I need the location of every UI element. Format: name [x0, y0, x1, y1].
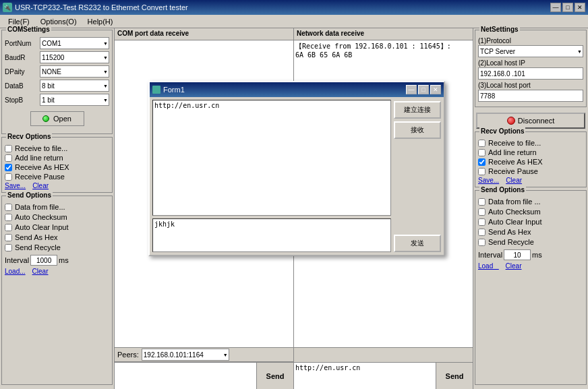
modal-body: http://en.usr.cn jkhjk 建立连接 接收 发送 — [150, 97, 444, 255]
modal-connect-button[interactable]: 建立连接 — [394, 101, 441, 119]
modal-recv-button[interactable]: 接收 — [394, 121, 441, 139]
modal-title: Form1 — [163, 86, 185, 94]
modal-title-bar: Form1 — □ ✕ — [150, 82, 444, 97]
modal-text-area: http://en.usr.cn jkhjk — [152, 100, 391, 252]
modal-icon — [152, 86, 160, 94]
modal-recv-input[interactable]: http://en.usr.cn — [152, 100, 391, 216]
modal-buttons: 建立连接 接收 发送 — [394, 100, 441, 252]
modal-minimize-button[interactable]: — — [406, 85, 417, 94]
modal-overlay: Form1 — □ ✕ http://en.usr.cn jkhjk 建立连接 … — [0, 0, 588, 389]
modal-send-button[interactable]: 发送 — [394, 235, 441, 252]
modal-maximize-button[interactable]: □ — [418, 85, 429, 94]
modal-send-input[interactable]: jkhjk — [152, 218, 391, 252]
modal-window: Form1 — □ ✕ http://en.usr.cn jkhjk 建立连接 … — [148, 81, 445, 256]
modal-close-button[interactable]: ✕ — [430, 85, 441, 94]
